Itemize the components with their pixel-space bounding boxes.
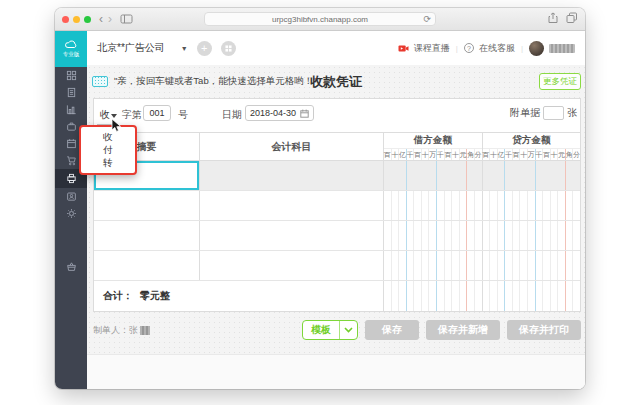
date-input[interactable]: 2018-04-30 xyxy=(245,105,314,121)
more-vouchers-button[interactable]: 更多凭证 xyxy=(539,73,581,90)
share-icon[interactable] xyxy=(547,10,559,28)
avatar[interactable] xyxy=(529,41,544,56)
save-and-new-button[interactable]: 保存并新增 xyxy=(426,320,500,340)
address-bar[interactable]: urpcg3hibfvn.chanapp.com ⟳ xyxy=(204,12,436,26)
invoice-icon xyxy=(66,87,77,98)
debit-digit-labels: 百十亿千百十万千百十元角分 xyxy=(384,148,482,160)
debit-cell[interactable] xyxy=(384,191,482,220)
basket-icon xyxy=(66,261,77,272)
account-cell[interactable] xyxy=(200,161,384,190)
total-label: 合计： xyxy=(103,289,133,303)
table-row xyxy=(94,191,580,221)
type-option-payment[interactable]: 付 xyxy=(81,143,135,156)
total-row: 合计： 零元整 xyxy=(94,281,580,311)
app-logo[interactable]: 专业版 xyxy=(55,31,87,67)
template-split-button[interactable]: 模板 xyxy=(302,320,358,340)
live-link[interactable]: 课程直播 xyxy=(414,42,450,55)
summary-cell[interactable] xyxy=(94,251,200,280)
calendar-icon xyxy=(66,138,77,149)
debit-total-cell xyxy=(384,281,482,311)
live-video-icon xyxy=(398,44,409,53)
header-divider: | xyxy=(520,44,524,53)
type-option-receipt[interactable]: 收 xyxy=(81,130,135,143)
voucher-card: 收 字第 001 号 日期： 2018-04-30 附单据 xyxy=(93,98,581,312)
sidebar-toggle-icon[interactable] xyxy=(120,14,133,24)
summary-cell[interactable] xyxy=(94,221,200,250)
add-button[interactable]: + xyxy=(197,41,212,56)
logo-label: 专业版 xyxy=(63,50,80,58)
attachment-label: 附单据 xyxy=(510,106,540,120)
account-cell[interactable] xyxy=(200,221,384,250)
save-button[interactable]: 保存 xyxy=(365,320,419,340)
credit-cell[interactable] xyxy=(482,251,581,280)
sidebar-item-market[interactable] xyxy=(55,258,87,275)
voucher-page: "亲，按回车键或者Tab，能快速选择单元格哟！" 收款凭证 更多凭证 收 字第 … xyxy=(87,65,585,354)
table-row xyxy=(94,221,580,251)
window-bottom-strip xyxy=(87,354,585,389)
save-and-print-button[interactable]: 保存并打印 xyxy=(507,320,581,340)
voucher-number-input[interactable]: 001 xyxy=(143,105,171,121)
bar-chart-icon xyxy=(66,104,77,115)
number-suffix-label: 号 xyxy=(178,108,188,122)
debit-cell[interactable] xyxy=(384,161,482,190)
id-card-icon xyxy=(66,191,77,202)
close-window-icon[interactable] xyxy=(62,16,69,23)
briefcase-icon xyxy=(66,121,77,132)
total-value: 零元整 xyxy=(140,289,170,303)
credit-cell[interactable] xyxy=(482,221,581,250)
table-row xyxy=(94,251,580,281)
printer-icon xyxy=(66,173,77,184)
mouse-cursor-icon xyxy=(111,118,122,133)
url-text: urpcg3hibfvn.chanapp.com xyxy=(272,15,368,24)
attachment-unit-label: 张 xyxy=(567,106,577,120)
minimize-window-icon[interactable] xyxy=(73,16,80,23)
keyboard-icon xyxy=(92,76,108,87)
summary-cell[interactable] xyxy=(94,191,200,220)
account-cell[interactable] xyxy=(200,191,384,220)
credit-cell[interactable] xyxy=(482,191,581,220)
sidebar-item-invoice[interactable] xyxy=(55,84,87,101)
refresh-icon[interactable]: ⟳ xyxy=(423,14,431,24)
sidebar-item-dashboard[interactable] xyxy=(55,67,87,84)
forward-icon[interactable]: › xyxy=(108,13,112,25)
voucher-type-select[interactable]: 收 xyxy=(100,108,110,122)
support-link[interactable]: 在线客服 xyxy=(479,42,515,55)
back-icon[interactable]: ‹ xyxy=(99,13,103,25)
company-name[interactable]: 北京**广告公司 xyxy=(97,41,165,55)
date-value: 2018-04-30 xyxy=(250,108,296,118)
apps-grid-button[interactable] xyxy=(221,41,236,56)
help-icon: ? xyxy=(464,43,474,53)
username-censored xyxy=(549,44,575,53)
col-header-debit: 借方金额 xyxy=(384,133,482,148)
tip-text: "亲，按回车键或者Tab，能快速选择单元格哟！" xyxy=(114,75,317,88)
sidebar-item-settings[interactable] xyxy=(55,205,87,222)
voucher-type-dropdown: 收 付 转 xyxy=(79,125,137,175)
credit-total-cell xyxy=(482,281,581,311)
browser-chrome: ‹ › urpcg3hibfvn.chanapp.com ⟳ xyxy=(55,8,585,31)
type-option-transfer[interactable]: 转 xyxy=(81,156,135,169)
col-header-credit: 贷方金额 xyxy=(483,133,581,148)
grid-icon xyxy=(66,70,77,81)
sidebar-item-contacts[interactable] xyxy=(55,188,87,205)
attachment-input[interactable] xyxy=(543,106,564,120)
app-sidebar: 专业版 xyxy=(55,31,87,389)
debit-cell[interactable] xyxy=(384,221,482,250)
chevron-down-icon[interactable] xyxy=(340,327,357,333)
apps-grid-icon xyxy=(225,45,232,52)
preparer-name-censored xyxy=(140,326,150,335)
zoom-window-icon[interactable] xyxy=(84,16,91,23)
tabs-icon[interactable] xyxy=(566,10,578,28)
browser-window: ‹ › urpcg3hibfvn.chanapp.com ⟳ 专业版 xyxy=(55,8,585,389)
sidebar-item-reports[interactable] xyxy=(55,101,87,118)
credit-cell[interactable] xyxy=(482,161,581,190)
debit-cell[interactable] xyxy=(384,251,482,280)
company-caret-icon[interactable]: ▼ xyxy=(181,45,188,52)
cart-icon xyxy=(66,155,77,166)
account-cell[interactable] xyxy=(200,251,384,280)
app-header: 北京**广告公司 ▼ + 课程直播 | ? 在线客服 | xyxy=(87,31,585,65)
page-title: 收款凭证 xyxy=(310,73,362,91)
template-button-label[interactable]: 模板 xyxy=(303,323,339,337)
voucher-table: 摘要 会计科目 借方金额 百十亿千百十万千百十元角分 贷方金额 百十亿千百十万千… xyxy=(94,132,580,311)
calendar-picker-icon[interactable] xyxy=(300,109,309,118)
preparer-text: 制单人：张 xyxy=(93,324,150,337)
